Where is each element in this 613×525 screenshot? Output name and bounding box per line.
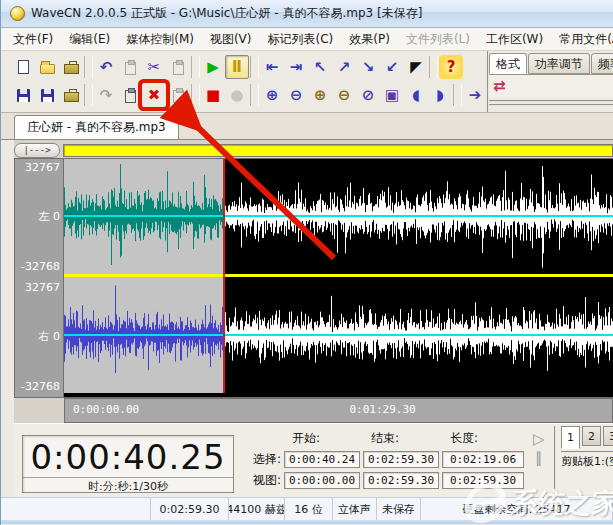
- pause-button[interactable]: Ⅱ: [225, 55, 249, 79]
- record-icon: ●: [230, 88, 243, 103]
- zoom-normal-icon: ⊘: [362, 88, 375, 103]
- view-start-field[interactable]: 0:00:00.00: [284, 472, 360, 489]
- invert-selection-button[interactable]: ◤: [404, 55, 428, 79]
- window-title: WaveCN 2.0.0.5 正式版 - G:\Music\庄心妍 - 真的不容…: [31, 5, 422, 22]
- open-recent-folder-icon: [64, 64, 79, 74]
- save-as-button[interactable]: [35, 83, 59, 107]
- menu-item-file-list[interactable]: 文件列表(L): [398, 28, 478, 51]
- menu-item-view[interactable]: 视图(V): [202, 28, 260, 51]
- toolbar-separator: [191, 84, 200, 106]
- selection-end-field[interactable]: 0:02:59.30: [363, 451, 439, 468]
- undo-button[interactable]: ↶: [94, 55, 118, 79]
- status-bit-depth: 16 位: [285, 498, 333, 520]
- amplitude-scale: 32767左 0-3276832767右 0-32768: [14, 158, 64, 398]
- zoom-right-edge-button[interactable]: ◗: [428, 83, 452, 107]
- zoom-in-horizontal-icon: ⊕: [266, 88, 279, 103]
- menu-item-media-control[interactable]: 媒体控制(M): [118, 28, 202, 51]
- view-end-field[interactable]: 0:02:59.30: [363, 472, 439, 489]
- select-region-button[interactable]: ↘: [356, 55, 380, 79]
- title-bar[interactable]: WaveCN 2.0.0.5 正式版 - G:\Music\庄心妍 - 真的不容…: [1, 0, 613, 28]
- current-time-value: 0:00:40.25: [23, 436, 233, 477]
- play-button[interactable]: ▶: [201, 55, 225, 79]
- side-tab-power-adjust[interactable]: 功率调节: [528, 53, 590, 74]
- paste-mix-button[interactable]: [166, 83, 190, 107]
- zoom-out-horizontal-button[interactable]: ⊖: [284, 83, 308, 107]
- extend-selection-button[interactable]: ↗: [332, 55, 356, 79]
- paste-button[interactable]: [118, 83, 142, 107]
- status-disk-space: 硬盘剩余空间: 25417: [421, 498, 613, 520]
- status-channels: 立体声: [333, 498, 377, 520]
- zoom-left-edge-button[interactable]: ◖: [404, 83, 428, 107]
- side-tab-frequency-adjust[interactable]: 频率调节: [591, 53, 613, 74]
- menu-item-file[interactable]: 文件(F): [5, 28, 61, 51]
- right-channel-max-label: 32767: [25, 281, 60, 294]
- document-tab-label: 庄心妍 - 真的不容易.mp3: [27, 119, 166, 136]
- redo-icon: ↷: [100, 88, 113, 103]
- left-channel-min-label: -32768: [21, 260, 60, 273]
- header-length: 长度:: [442, 430, 524, 447]
- menu-item-workspace[interactable]: 工作区(W): [478, 28, 551, 51]
- time-ruler[interactable]: 0:00:00.00 0:01:29.30: [64, 398, 613, 423]
- menu-item-marker-list[interactable]: 标记列表(C): [260, 28, 342, 51]
- record-button[interactable]: ●: [225, 83, 249, 107]
- invert-selection-icon: ◤: [410, 60, 422, 75]
- document-tab[interactable]: 庄心妍 - 真的不容易.mp3: [14, 115, 179, 139]
- view-length-field[interactable]: 0:02:59.30: [442, 472, 524, 489]
- format-convert-icon[interactable]: ⇄: [493, 79, 506, 94]
- time-display: 0:00:40.25 时:分:秒:1/30秒: [22, 435, 234, 493]
- select-view-button[interactable]: ↙: [380, 55, 404, 79]
- help-button[interactable]: ?: [439, 55, 463, 79]
- zoom-out-vertical-button[interactable]: ⊖: [332, 83, 356, 107]
- menu-item-effects[interactable]: 效果(P): [341, 28, 398, 51]
- toolbar-separator: [453, 84, 462, 106]
- clipboard-tab-3[interactable]: 3: [603, 426, 613, 446]
- delete-selection-button[interactable]: ✖: [142, 83, 166, 107]
- cut-icon: ✂: [148, 60, 161, 75]
- clipboard-tab-1[interactable]: 1: [561, 426, 580, 449]
- side-panel-grip[interactable]: [489, 100, 613, 106]
- new-file-button[interactable]: [11, 55, 35, 79]
- zoom-normal-button[interactable]: ⊘: [356, 83, 380, 107]
- window-bottom-border: [1, 520, 613, 524]
- overview-scroll-bar[interactable]: [63, 144, 613, 157]
- selection-start-field[interactable]: 0:00:40.24: [284, 451, 360, 468]
- play-icon: ▶: [207, 60, 219, 75]
- menu-item-edit[interactable]: 编辑(E): [61, 28, 118, 51]
- left-channel-max-label: 32767: [25, 161, 60, 174]
- save-file-button[interactable]: [11, 83, 35, 107]
- copy-to-new-button[interactable]: [166, 55, 190, 79]
- selection-length-field[interactable]: 0:02:19.06: [442, 451, 524, 468]
- side-tab-format[interactable]: 格式: [489, 53, 527, 74]
- cut-button[interactable]: ✂: [142, 55, 166, 79]
- redo-button[interactable]: ↷: [94, 83, 118, 107]
- select-to-start-button[interactable]: ⇤: [260, 55, 284, 79]
- preview-pause-icon[interactable]: ∥: [535, 451, 543, 466]
- open-file-button[interactable]: [35, 55, 59, 79]
- delete-selection-icon: ✖: [148, 88, 161, 103]
- zoom-in-vertical-icon: ⊕: [314, 88, 327, 103]
- zoom-in-vertical-button[interactable]: ⊕: [308, 83, 332, 107]
- ruler-start-label: 0:00:00.00: [73, 403, 139, 416]
- clipboard-status-label: 剪贴板1:(空): [561, 451, 613, 469]
- stop-button[interactable]: ■: [201, 83, 225, 107]
- open-recent-folder-button[interactable]: [59, 55, 83, 79]
- jump-button[interactable]: |--->: [14, 143, 60, 158]
- zoom-left-edge-icon: ◖: [412, 88, 420, 103]
- clipboard-tabs: 123: [561, 426, 613, 449]
- zoom-in-horizontal-button[interactable]: ⊕: [260, 83, 284, 107]
- save-file-icon: [17, 89, 30, 102]
- zoom-out-horizontal-icon: ⊖: [290, 88, 303, 103]
- zoom-to-selection-button[interactable]: ▣: [380, 83, 404, 107]
- clipboard-tab-2[interactable]: 2: [582, 426, 601, 446]
- exit-button[interactable]: ➔: [463, 83, 487, 107]
- close-file-button[interactable]: [59, 83, 83, 107]
- select-to-end-button[interactable]: ⇥: [284, 55, 308, 79]
- waveform-display[interactable]: [64, 159, 613, 397]
- preview-play-icon[interactable]: ▷: [533, 432, 545, 447]
- new-file-icon: [18, 60, 29, 74]
- select-from-cursor-button[interactable]: ↖: [308, 55, 332, 79]
- zoom-out-vertical-icon: ⊖: [338, 88, 351, 103]
- menu-item-common-files[interactable]: 常用文件(A): [551, 28, 613, 51]
- paste-insert-button[interactable]: [118, 55, 142, 79]
- time-format-label[interactable]: 时:分:秒:1/30秒: [23, 477, 233, 494]
